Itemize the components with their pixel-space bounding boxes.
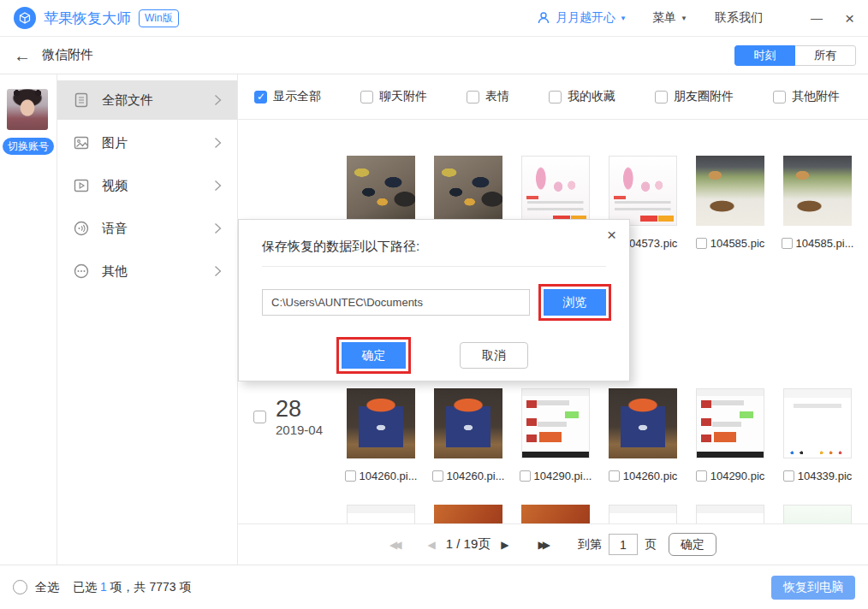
page-number-input[interactable]: [609, 534, 638, 555]
first-page-button[interactable]: ◀◀: [389, 540, 398, 550]
previous-page-button[interactable]: ◀: [428, 540, 436, 550]
pagination-bar: ◀◀ ◀ 1 / 19页 ▶ ▶▶ 到第 页 确定: [238, 523, 868, 565]
checkbox[interactable]: [467, 91, 479, 103]
filter-moments-attachments[interactable]: 朋友圈附件: [655, 89, 734, 104]
grid-item[interactable]: 104339.pic: [783, 388, 852, 482]
cancel-button[interactable]: 取消: [460, 342, 528, 369]
avatar: [7, 89, 48, 130]
filter-stickers[interactable]: 表情: [467, 89, 509, 104]
grid-item[interactable]: [696, 505, 764, 523]
switch-account-button[interactable]: 切换账号: [3, 138, 54, 155]
grid-item[interactable]: 104290.pic: [696, 388, 764, 482]
grid-item[interactable]: 104585.pi...: [783, 156, 852, 250]
toggle-all[interactable]: 所有: [795, 45, 856, 66]
save-path-input[interactable]: [262, 289, 530, 316]
thumbnail[interactable]: [783, 388, 852, 458]
grid-item[interactable]: 104585.pic: [696, 156, 764, 250]
sidebar-item-pictures[interactable]: 图片: [57, 123, 237, 163]
thumbnail[interactable]: [521, 156, 590, 226]
date-day: 28: [276, 397, 323, 423]
item-filename: 104573.pic: [623, 237, 678, 250]
item-checkbox[interactable]: [345, 470, 356, 482]
recover-to-pc-button[interactable]: 恢复到电脑: [771, 576, 855, 600]
grid-item[interactable]: 104260.pi...: [347, 388, 415, 482]
grid-item[interactable]: [609, 505, 677, 523]
thumbnail[interactable]: [434, 156, 502, 226]
checkbox-checked[interactable]: [254, 91, 267, 103]
ok-button[interactable]: 确定: [342, 342, 406, 369]
filter-favorites[interactable]: 我的收藏: [549, 89, 615, 104]
item-filename: 104260.pic: [623, 470, 678, 482]
filter-other-attachments[interactable]: 其他附件: [773, 89, 840, 104]
checkbox[interactable]: [773, 91, 786, 103]
filter-label: 朋友圈附件: [674, 89, 734, 104]
thumbnail[interactable]: [696, 505, 764, 523]
thumbnail[interactable]: [521, 388, 590, 458]
item-checkbox[interactable]: [609, 470, 620, 482]
thumbnail[interactable]: [783, 505, 852, 523]
close-button[interactable]: ×: [845, 10, 854, 27]
thumbnail[interactable]: [696, 156, 764, 226]
toggle-moments[interactable]: 时刻: [734, 45, 795, 66]
grid-item[interactable]: 104290.pi...: [521, 388, 590, 482]
item-filename: 104260.pi...: [447, 470, 505, 482]
thumbnail[interactable]: [609, 505, 677, 523]
thumbnail[interactable]: [434, 505, 502, 523]
item-checkbox[interactable]: [696, 470, 707, 482]
back-arrow-button[interactable]: ←: [14, 47, 31, 64]
item-checkbox[interactable]: [696, 238, 707, 249]
sidebar-item-voice[interactable]: 语音: [57, 209, 237, 248]
checkbox[interactable]: [549, 91, 562, 103]
item-checkbox[interactable]: [783, 470, 794, 482]
grid-item[interactable]: [347, 505, 415, 523]
chevron-down-icon: ▼: [681, 15, 687, 22]
thumbnail[interactable]: [783, 156, 852, 226]
filter-label: 表情: [485, 89, 509, 104]
date-group-checkbox[interactable]: [253, 411, 266, 423]
grid-item[interactable]: [783, 505, 852, 523]
sidebar-item-videos[interactable]: 视频: [57, 166, 237, 205]
dialog-close-icon[interactable]: ×: [607, 227, 616, 243]
contact-us-link[interactable]: 联系我们: [715, 10, 763, 26]
item-checkbox[interactable]: [520, 470, 531, 482]
grid-item[interactable]: [434, 505, 502, 523]
filter-chat-attachments[interactable]: 聊天附件: [360, 89, 427, 104]
image-icon: [73, 134, 90, 151]
sidebar-item-label: 全部文件: [102, 92, 214, 109]
filter-label: 其他附件: [792, 89, 840, 104]
chevron-right-icon: [214, 137, 222, 149]
grid-item[interactable]: 104260.pi...: [434, 388, 502, 482]
filter-show-all[interactable]: 显示全部: [254, 89, 321, 104]
minimize-button[interactable]: —: [811, 11, 823, 25]
last-page-button[interactable]: ▶▶: [538, 540, 547, 550]
thumbnail[interactable]: [696, 388, 764, 458]
sidebar-item-all-files[interactable]: 全部文件: [57, 80, 237, 120]
thumbnail[interactable]: [347, 156, 415, 226]
thumbnail[interactable]: [609, 156, 677, 226]
thumbnail[interactable]: [609, 388, 677, 458]
item-filename: 104585.pic: [710, 237, 765, 250]
item-checkbox[interactable]: [432, 470, 443, 482]
goto-confirm-button[interactable]: 确定: [669, 533, 716, 556]
thumbnail[interactable]: [347, 388, 415, 458]
select-all-checkbox[interactable]: [13, 580, 27, 594]
user-name: 月月越开心: [556, 10, 615, 26]
grid-item[interactable]: [521, 505, 590, 523]
checkbox[interactable]: [655, 91, 668, 103]
next-page-button[interactable]: ▶: [501, 540, 508, 550]
selection-summary: 已选 1 项，共 7773 项: [73, 580, 192, 595]
checkbox[interactable]: [360, 91, 373, 103]
thumbnail[interactable]: [521, 505, 590, 523]
chevron-down-icon: ▼: [620, 15, 627, 22]
user-account-menu[interactable]: 月月越开心 ▼: [537, 10, 627, 26]
profile-column: 切换账号: [0, 74, 56, 565]
browse-button[interactable]: 浏览: [544, 289, 606, 316]
thumbnail[interactable]: [434, 388, 502, 458]
grid-item[interactable]: 104260.pic: [609, 388, 677, 482]
thumbnail[interactable]: [347, 505, 415, 523]
total-suffix: 项: [180, 580, 192, 594]
sidebar-item-other[interactable]: 其他: [57, 251, 237, 291]
menu-dropdown[interactable]: 菜单 ▼: [652, 10, 687, 26]
chevron-right-icon: [214, 180, 222, 192]
item-checkbox[interactable]: [782, 238, 793, 249]
